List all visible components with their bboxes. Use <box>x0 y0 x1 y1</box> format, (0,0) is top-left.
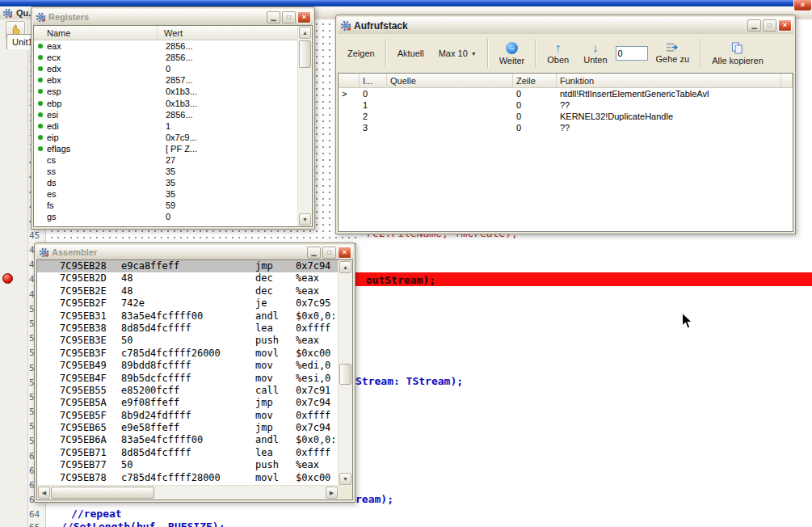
registers-titlebar[interactable]: Registers ▁ □ × <box>33 9 313 25</box>
register-row[interactable]: ecx2856... <box>34 52 312 63</box>
assembler-row[interactable]: 7C95EB3183a5e4fcffff00andl$0x0,0: <box>37 310 339 323</box>
registers-maximize-button[interactable]: □ <box>282 11 296 23</box>
register-row[interactable]: edi1 <box>34 120 312 132</box>
tab-unit1-label: Unit1 <box>12 37 33 47</box>
assembler-row[interactable]: 7C95EB2D48dec%eax <box>37 272 339 285</box>
assembler-hscroll-thumb[interactable] <box>51 487 154 499</box>
callstack-col-line[interactable]: Zeile <box>513 74 557 87</box>
register-dot-icon <box>38 112 43 117</box>
assembler-row[interactable]: 7C95EB28e9ca8ffeffjmp0x7c94 <box>37 260 339 272</box>
scroll-up-icon[interactable]: ▲ <box>339 261 351 273</box>
asm-address: 7C95EB65 <box>60 422 121 433</box>
register-dot-icon <box>38 146 43 151</box>
assembler-rows[interactable]: 7C95EB28e9ca8ffeffjmp0x7c947C95EB2D48dec… <box>37 260 339 486</box>
assembler-vscrollbar[interactable]: ▲ ▼ <box>338 260 352 486</box>
assembler-row[interactable]: 7C95EB5Ae9f08ffeffjmp0x7c94 <box>37 397 339 409</box>
scroll-up-icon[interactable]: ▲ <box>299 27 311 39</box>
current-button[interactable]: Aktuell <box>391 36 431 70</box>
assembler-close-button[interactable]: × <box>338 247 351 259</box>
callstack-col-index[interactable]: I... <box>360 74 387 87</box>
register-row[interactable]: gs0 <box>34 211 312 222</box>
register-row[interactable]: eip0x7c9... <box>34 132 312 143</box>
assembler-row[interactable]: 7C95EB65e9e58ffeffjmp0x7c94 <box>37 422 339 434</box>
main-close-button[interactable]: × <box>793 0 812 11</box>
callstack-col-marker[interactable] <box>339 74 360 87</box>
frame-function: KERNEL32!DuplicateHandle <box>557 112 781 121</box>
down-button[interactable]: ↓ Unten <box>577 36 613 70</box>
register-row[interactable]: cs27 <box>34 154 312 166</box>
asm-operand: %edi,0 <box>296 360 330 371</box>
assembler-row[interactable]: 7C95EB3E50push%eax <box>37 335 339 347</box>
assembler-row[interactable]: 7C95EB7750push%eax <box>37 459 339 471</box>
assembler-vscroll-thumb[interactable] <box>339 364 351 385</box>
register-name: cs <box>47 155 158 165</box>
asm-address: 7C95EB2E <box>60 285 121 297</box>
copy-all-button[interactable]: Alle kopieren <box>705 36 770 70</box>
frame-index: 2 <box>360 112 387 121</box>
continue-button[interactable]: → Weiter <box>493 36 532 70</box>
registers-col-name[interactable]: Name <box>34 26 158 40</box>
register-row[interactable]: ebp0x1b3... <box>34 97 312 108</box>
callstack-minimize-button[interactable]: ▁ <box>747 19 761 32</box>
show-button[interactable]: Zeigen <box>341 36 381 70</box>
register-row[interactable]: eflags[ PF Z... <box>34 143 312 154</box>
callstack-row[interactable]: 10?? <box>339 99 793 111</box>
scroll-right-icon[interactable]: ▶ <box>326 487 338 499</box>
assembler-row[interactable]: 7C95EB6A83a5e4fcffff00andl$0x0,0: <box>37 434 339 446</box>
assembler-hscrollbar[interactable]: ◀ ▶ <box>37 485 339 500</box>
assembler-row[interactable]: 7C95EB718d85d4fcfffflea0xffff <box>37 447 339 459</box>
callstack-row[interactable]: >00ntdll!RtlInsertElementGenericTableAvl <box>339 88 793 99</box>
callstack-row[interactable]: 20KERNEL32!DuplicateHandle <box>339 111 793 122</box>
register-row[interactable]: ds35 <box>34 177 312 188</box>
register-row[interactable]: edx0 <box>34 63 312 74</box>
register-value: 35 <box>158 167 312 176</box>
callstack-toolbar: Zeigen Aktuell Max 10 ▼ → Weiter ↑ Oben … <box>338 34 793 73</box>
assembler-minimize-button[interactable]: ▁ <box>307 247 321 259</box>
assembler-row[interactable]: 7C95EB388d85d4fcfffflea0xffff <box>37 323 339 335</box>
callstack-close-button[interactable]: × <box>778 19 792 32</box>
up-button[interactable]: ↑ Oben <box>541 36 575 70</box>
register-row[interactable]: ss35 <box>34 166 312 177</box>
frame-index: 0 <box>360 89 387 99</box>
breakpoint-icon[interactable] <box>2 273 13 284</box>
registers-close-button[interactable]: × <box>297 11 311 23</box>
registers-col-wert[interactable]: Wert <box>158 26 298 40</box>
scroll-down-icon[interactable]: ▼ <box>339 473 351 485</box>
assembler-row[interactable]: 7C95EB2E48dec%eax <box>37 285 339 297</box>
callstack-row[interactable]: 30?? <box>339 122 793 133</box>
callstack-titlebar[interactable]: Aufrufstack ▁ □ × <box>338 17 793 34</box>
register-row[interactable]: ebx2857... <box>34 74 312 86</box>
goto-button[interactable]: Gehe zu <box>650 36 696 70</box>
frame-index: 1 <box>360 100 387 110</box>
assembler-row[interactable]: 7C95EB4989bdd8fcffffmov%edi,0 <box>37 360 339 372</box>
asm-operand: 0x7c94 <box>296 397 330 408</box>
assembler-row[interactable]: 7C95EB4F89b5dcfcffffmov%esi,0 <box>37 373 339 385</box>
assembler-maximize-button[interactable]: □ <box>322 247 336 259</box>
scroll-down-icon[interactable]: ▼ <box>299 213 311 226</box>
asm-operand: 0x7c95 <box>296 297 330 309</box>
registers-scroll-thumb[interactable] <box>299 40 311 68</box>
register-row[interactable]: esi2856... <box>34 109 312 120</box>
assembler-row[interactable]: 7C95EB55e85200fcffcall0x7c91 <box>37 385 339 397</box>
callstack-col-function[interactable]: Funktion <box>557 74 781 87</box>
mouse-cursor <box>681 312 693 330</box>
register-row[interactable]: fs59 <box>34 200 312 211</box>
goto-frame-input[interactable] <box>616 46 648 61</box>
registers-scrollbar[interactable]: ▲ ▼ <box>297 26 312 226</box>
assembler-row[interactable]: 7C95EB78c785d4fcffff28000movl$0xc00 <box>37 472 339 484</box>
callstack-maximize-button[interactable]: □ <box>763 19 776 32</box>
gear-icon <box>2 8 13 19</box>
assembler-row[interactable]: 7C95EB3Fc785d4fcffff26000movl$0xc00 <box>37 348 339 360</box>
scroll-left-icon[interactable]: ◀ <box>38 487 50 499</box>
assembler-row[interactable]: 7C95EB5F8b9d24fdffffmov0xffff <box>37 410 339 422</box>
assembler-titlebar[interactable]: Assembler ▁ □ × <box>36 245 353 259</box>
register-row[interactable]: eax2856... <box>34 40 312 52</box>
asm-operand: $0xc00 <box>296 472 330 483</box>
register-row[interactable]: esp0x1b3... <box>34 86 312 97</box>
max-entries-dropdown[interactable]: Max 10 ▼ <box>432 36 483 70</box>
assembler-row[interactable]: 7C95EB2F742eje0x7c95 <box>37 297 339 310</box>
toolbar-separator <box>535 39 536 68</box>
register-row[interactable]: es35 <box>34 188 312 200</box>
registers-minimize-button[interactable]: ▁ <box>267 11 280 23</box>
callstack-col-source[interactable]: Quelle <box>387 74 513 87</box>
